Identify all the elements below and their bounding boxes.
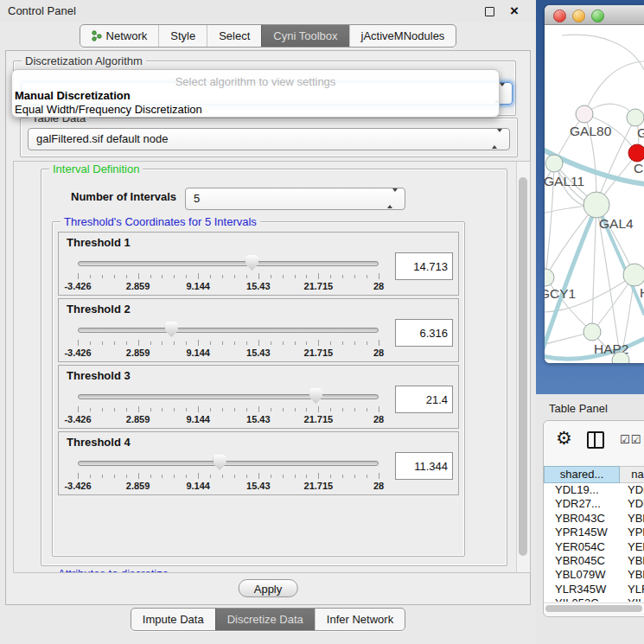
dropdown-option-equal-width[interactable]: Equal Width/Frequency Discretization — [12, 103, 499, 117]
threshold-value-field[interactable] — [395, 319, 453, 347]
float-panel-icon[interactable] — [485, 7, 494, 16]
tick-mark — [222, 341, 223, 345]
table-row[interactable]: YLR345WYLR3 — [544, 583, 644, 596]
tick-mark — [78, 273, 79, 279]
combo-stepper-icon — [492, 129, 502, 150]
threshold-slider[interactable]: -3.4262.8599.14415.4321.71528 — [78, 455, 379, 491]
tick-mark — [342, 408, 343, 411]
network-node[interactable] — [583, 192, 609, 218]
tick-label: 15.43 — [246, 348, 271, 358]
network-canvas[interactable]: GAL80GACGAL11GAL4GCY1HHAP2 — [545, 25, 644, 363]
network-node[interactable] — [545, 155, 563, 172]
tick-label: 28 — [373, 281, 384, 291]
network-node[interactable] — [628, 144, 644, 162]
network-window-titlebar[interactable] — [545, 5, 644, 25]
network-graph[interactable]: GAL80GACGAL11GAL4GCY1HHAP2 — [545, 25, 644, 363]
split-columns-icon[interactable] — [587, 431, 604, 449]
slider-tick-labels: -3.4262.8599.14415.4321.71528 — [78, 481, 379, 491]
tick-mark — [271, 341, 271, 345]
tick-label: 2.859 — [126, 281, 150, 291]
apply-button[interactable]: Apply — [239, 579, 298, 597]
network-edge[interactable] — [562, 35, 644, 70]
slider-thumb[interactable] — [214, 455, 226, 470]
table-row[interactable]: YDR27...YDR2 — [544, 497, 644, 511]
threshold-label: Threshold 1 — [67, 236, 131, 249]
tick-mark — [222, 475, 223, 478]
settings-vertical-scrollbar[interactable] — [516, 162, 530, 572]
slider-thumb[interactable] — [245, 255, 258, 271]
threshold-value-field[interactable] — [395, 452, 453, 480]
threshold-value-field[interactable] — [395, 252, 453, 280]
network-window[interactable]: GAL80GACGAL11GAL4GCY1HHAP2 — [545, 5, 644, 363]
network-node[interactable] — [576, 105, 593, 123]
tick-mark — [198, 340, 199, 346]
tick-label: 21.715 — [304, 481, 334, 491]
table-data-combobox[interactable]: galFiltered.sif default node — [28, 128, 510, 150]
table-row[interactable]: YIL052CYIL0 — [544, 596, 644, 602]
tab-discretize-data[interactable]: Discretize Data — [215, 609, 315, 630]
table-row[interactable]: YDL19...YDL1 — [544, 483, 644, 497]
tab-cyni-toolbox[interactable]: Cyni Toolbox — [261, 25, 348, 47]
slider-track[interactable] — [78, 261, 379, 266]
tick-mark — [306, 475, 307, 478]
threshold-slider[interactable]: -3.4262.8599.14415.4321.71528 — [78, 322, 379, 358]
threshold-slider[interactable]: -3.4262.8599.14415.4321.71528 — [78, 388, 379, 424]
table-row[interactable]: YBL079WYBL0 — [544, 568, 644, 582]
tick-mark — [210, 275, 211, 278]
slider-track[interactable] — [78, 394, 379, 399]
dropdown-placeholder-option[interactable]: Select algorithm to view settings — [12, 75, 499, 89]
slider-track[interactable] — [78, 328, 379, 333]
window-zoom-button[interactable] — [591, 10, 604, 22]
table-horizontal-scrollbar[interactable] — [544, 603, 644, 613]
tick-mark — [102, 275, 103, 278]
tick-mark — [114, 408, 115, 411]
table-row[interactable]: YER054CYER0 — [544, 540, 644, 554]
dropdown-option-manual[interactable]: Manual Discretization — [12, 89, 499, 103]
tab-jactivemnodules[interactable]: jActiveMNodules — [349, 25, 456, 47]
tab-style[interactable]: Style — [158, 25, 207, 47]
tab-select[interactable]: Select — [207, 25, 261, 47]
tick-mark — [114, 341, 115, 345]
slider-thumb[interactable] — [165, 322, 178, 337]
network-node[interactable] — [627, 109, 644, 126]
network-node[interactable] — [545, 269, 554, 286]
tick-mark — [174, 408, 175, 411]
table-cell-name: YDL1 — [620, 483, 644, 497]
tab-network[interactable]: Network — [80, 25, 159, 47]
control-panel: Control Panel × NetworkStyleSelectCyni T… — [0, 0, 536, 644]
column-header-shared-name[interactable]: shared... — [544, 466, 620, 483]
slider-thumb[interactable] — [309, 388, 322, 404]
checkbox-icons[interactable]: ☑☑ — [620, 433, 641, 446]
column-header-name[interactable]: na — [620, 466, 644, 483]
tick-mark — [342, 475, 343, 478]
network-edge[interactable] — [584, 61, 644, 114]
window-minimize-button[interactable] — [572, 10, 585, 22]
table-row[interactable]: YBR045CYBR0 — [544, 554, 644, 568]
window-close-button[interactable] — [553, 10, 566, 22]
tab-impute-data[interactable]: Impute Data — [131, 609, 215, 630]
slider-ticks — [78, 340, 379, 347]
gear-icon[interactable]: ⚙ — [556, 428, 572, 449]
tick-label: 15.43 — [246, 414, 271, 424]
attributes-group-title: Attributes to discretize — [54, 567, 172, 573]
tick-mark — [271, 275, 271, 278]
table-row[interactable]: YBR043CYBR0 — [544, 512, 644, 526]
table-row[interactable]: YPR145WYPR1 — [544, 526, 644, 539]
tick-mark — [174, 341, 175, 345]
network-edge[interactable] — [545, 215, 545, 277]
network-edge[interactable] — [592, 205, 596, 332]
tab-infer-network[interactable]: Infer Network — [315, 609, 405, 630]
tick-mark — [379, 406, 379, 412]
slider-track[interactable] — [78, 461, 379, 466]
number-of-intervals-combobox[interactable]: 5 — [185, 188, 405, 210]
network-node[interactable] — [583, 323, 601, 341]
tick-mark — [354, 475, 355, 478]
threshold-slider[interactable]: -3.4262.8599.14415.4321.71528 — [78, 255, 379, 291]
threshold-value-field[interactable] — [395, 386, 453, 413]
tick-mark — [306, 408, 307, 411]
tick-mark — [102, 475, 103, 478]
network-node[interactable] — [623, 264, 644, 286]
close-panel-icon[interactable]: × — [510, 2, 519, 21]
tick-mark — [90, 341, 91, 345]
tick-mark — [222, 275, 223, 278]
